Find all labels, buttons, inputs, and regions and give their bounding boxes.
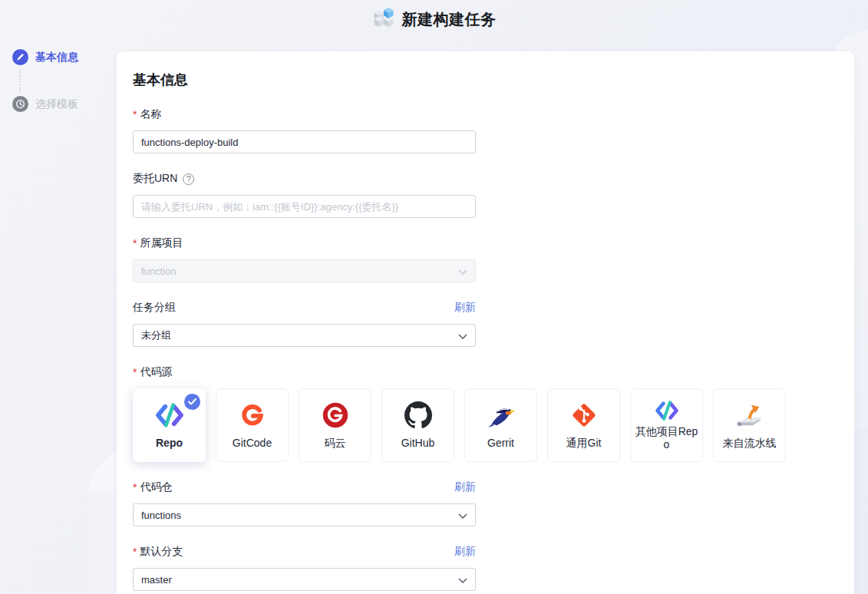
source-tile-gerrit[interactable]: Gerrit: [464, 388, 537, 462]
build-cubes-icon: [372, 6, 395, 32]
source-tile-label: 来自流水线: [719, 437, 781, 450]
codearts-repo-icon: [155, 401, 184, 430]
source-tile-other-repo[interactable]: 其他项目Repo: [630, 388, 703, 462]
source-tile-github[interactable]: GitHub: [381, 388, 454, 462]
required-asterisk: *: [133, 108, 137, 120]
chevron-down-icon: [458, 266, 467, 277]
project-select: function: [133, 259, 476, 282]
gitcode-icon: [239, 401, 266, 430]
project-label: 所属项目: [140, 236, 183, 250]
step-label: 选择模板: [35, 97, 78, 111]
clock-icon: [12, 96, 28, 112]
source-tile-label: Repo: [152, 437, 186, 450]
codearts-repo-icon: [655, 399, 679, 422]
field-name: * 名称: [133, 107, 476, 153]
form-card: 基本信息 * 名称 委托URN ? * 所属项目 function: [117, 51, 854, 594]
refresh-repo-link[interactable]: 刷新: [454, 480, 476, 494]
required-asterisk: *: [133, 237, 137, 249]
github-icon: [404, 401, 432, 430]
urn-label: 委托URN: [133, 172, 177, 186]
name-input[interactable]: [133, 130, 476, 153]
source-tiles: Repo GitCode 码云: [133, 388, 854, 462]
refresh-group-link[interactable]: 刷新: [454, 301, 476, 315]
question-icon[interactable]: ?: [183, 173, 194, 185]
check-icon: [184, 394, 200, 410]
refresh-branch-link[interactable]: 刷新: [454, 545, 476, 559]
step-nav: 基本信息 选择模板: [12, 49, 78, 112]
source-tile-gitcode[interactable]: GitCode: [216, 388, 289, 462]
branch-select[interactable]: master: [133, 568, 476, 591]
field-repo: * 代码仓 刷新 functions: [133, 480, 476, 526]
field-group: 任务分组 刷新 未分组: [133, 301, 476, 347]
page-header: 新建构建任务: [0, 5, 868, 33]
source-tile-pipeline[interactable]: 来自流水线: [713, 388, 786, 462]
source-tile-gitee[interactable]: 码云: [299, 388, 371, 462]
source-tile-label: GitHub: [398, 437, 439, 450]
repo-select-value: functions: [141, 510, 181, 521]
urn-input[interactable]: [133, 195, 476, 218]
source-tile-label: Gerrit: [484, 437, 518, 450]
step-connector: [19, 70, 21, 91]
source-tile-repo[interactable]: Repo: [133, 388, 206, 462]
branch-label: 默认分支: [140, 545, 183, 559]
pipeline-icon: [735, 401, 764, 430]
required-asterisk: *: [133, 481, 137, 493]
group-label: 任务分组: [133, 301, 176, 315]
chevron-down-icon: [458, 574, 467, 586]
section-title: 基本信息: [133, 71, 854, 89]
branch-select-value: master: [141, 574, 172, 586]
step-basic-info[interactable]: 基本信息: [12, 49, 78, 65]
required-asterisk: *: [133, 546, 137, 558]
repo-label: 代码仓: [140, 480, 172, 494]
git-icon: [570, 401, 598, 430]
edit-icon: [12, 49, 28, 65]
project-select-value: function: [141, 266, 177, 277]
source-tile-label: 码云: [321, 437, 350, 450]
field-project: * 所属项目 function: [133, 236, 476, 282]
source-tile-label: GitCode: [229, 437, 276, 450]
gitee-icon: [322, 401, 349, 430]
chevron-down-icon: [458, 510, 467, 521]
source-label: 代码源: [140, 365, 172, 379]
field-urn: 委托URN ?: [133, 172, 476, 218]
source-tile-label: 其他项目Repo: [631, 425, 702, 452]
group-select-value: 未分组: [141, 328, 171, 342]
step-select-template[interactable]: 选择模板: [12, 96, 78, 112]
field-branch: * 默认分支 刷新 master: [133, 545, 476, 591]
required-asterisk: *: [133, 366, 137, 378]
repo-select[interactable]: functions: [133, 503, 476, 526]
group-select[interactable]: 未分组: [133, 324, 476, 347]
name-label: 名称: [140, 107, 161, 121]
gerrit-icon: [487, 401, 516, 430]
chevron-down-icon: [458, 330, 467, 342]
step-label: 基本信息: [35, 51, 78, 64]
source-tile-git[interactable]: 通用Git: [547, 388, 620, 462]
field-source: * 代码源 Repo: [133, 365, 854, 462]
source-tile-label: 通用Git: [563, 437, 606, 450]
page-title: 新建构建任务: [402, 9, 497, 30]
